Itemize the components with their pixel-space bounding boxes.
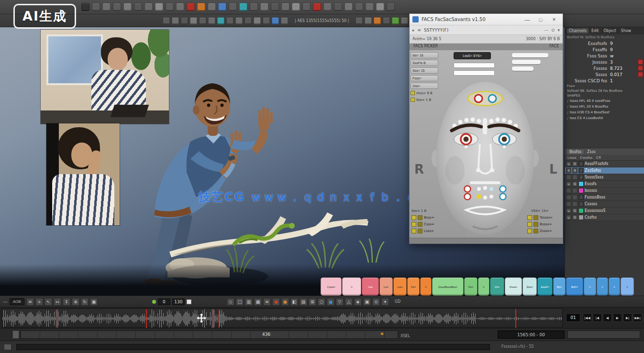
timeline-option-icon[interactable]: ▽ [336, 298, 344, 306]
toggle-checkbox[interactable] [527, 229, 532, 233]
timeline-option-icon[interactable]: ▣ [363, 298, 371, 306]
picker-button[interactable]: = [597, 277, 608, 296]
layer-color-swatch[interactable] [578, 181, 584, 187]
menu-tool-icon[interactable] [92, 3, 100, 11]
transport-play-button[interactable]: ▶ [613, 313, 622, 322]
brow-right-control[interactable] [489, 95, 496, 102]
driftwood-branch-prop[interactable] [163, 200, 388, 287]
toggle-checkbox[interactable] [411, 215, 416, 220]
layer-row[interactable]: ∕FsssssBsss [565, 194, 644, 201]
menu-tool-icon[interactable] [187, 3, 195, 11]
picker-button[interactable]: = [621, 277, 634, 296]
lower-lid-control[interactable] [503, 145, 506, 148]
picker-button[interactable]: Zss= [522, 277, 537, 296]
timeline-option-icon[interactable]: ◈ [354, 298, 362, 306]
nostril-control[interactable] [490, 168, 494, 172]
toggle-checkbox[interactable] [418, 222, 422, 227]
toggle-checkbox[interactable] [411, 229, 416, 233]
shelf-tool-icon[interactable] [281, 17, 288, 24]
toggle-checkbox[interactable] [533, 215, 538, 220]
layer-name[interactable]: ZssSsfss [585, 168, 601, 173]
channel-value[interactable]: 0.017 [610, 72, 637, 77]
timeline-tool-icon[interactable]: ↕ [63, 298, 70, 306]
menu-tool-icon[interactable] [302, 3, 311, 11]
shape-row[interactable]: ∕tssss HFL 20 4 Bsssffss [565, 104, 644, 110]
layer-color-swatch[interactable] [578, 188, 584, 193]
transport-step-forward-button[interactable]: ▶| [623, 313, 632, 322]
close-button[interactable]: × [547, 15, 561, 24]
picker-button[interactable]: ms= [393, 277, 407, 296]
layer-visibility-cell[interactable]: u [566, 208, 571, 213]
layer-visibility-cell[interactable] [566, 195, 571, 200]
shelf-tool-icon[interactable] [254, 17, 261, 24]
layer-visibility-cell[interactable] [566, 188, 571, 193]
menu-tool-icon[interactable] [134, 3, 142, 11]
channel-row[interactable]: Fsssss8.723 [565, 65, 644, 71]
menu-tool-icon[interactable] [81, 3, 89, 11]
layer-row[interactable]: uG∕AsssFFssfsfs [565, 161, 644, 167]
minimize-icon[interactable]: — [3, 299, 8, 304]
layer-menu-item[interactable]: Csssfss [580, 156, 593, 160]
shape-row[interactable]: ∕tssss HFL 40 4 ssssfFsss [565, 98, 644, 104]
toggle-checkbox[interactable] [533, 229, 538, 233]
layer-playback-cell[interactable]: G [572, 161, 577, 166]
facs-text-input-1[interactable] [454, 63, 495, 68]
layer-visibility-cell[interactable]: u [566, 215, 571, 220]
layer-playback-cell[interactable] [572, 201, 577, 207]
channel-row[interactable]: Fsssffs9 [565, 46, 644, 53]
menu-tool-icon[interactable] [176, 3, 184, 11]
timeline-option-icon[interactable]: ◼ [327, 298, 334, 306]
channel-row[interactable]: Fsss Ssssw [565, 53, 644, 59]
facs-menu-label[interactable]: SSTYYYY(F) [424, 28, 448, 33]
layer-visibility-cell[interactable] [566, 201, 571, 207]
shelf-tool-icon[interactable] [226, 17, 233, 24]
range-slider-endcap[interactable] [567, 331, 640, 339]
minimize-icon[interactable]: — [544, 28, 548, 33]
timeline-option-icon[interactable]: ≡ [263, 298, 271, 306]
layer-name[interactable]: FsssssBsss [585, 195, 605, 199]
layer-row[interactable]: 49∕ZssSsfss [565, 167, 644, 174]
timeline-option-icon[interactable]: ▾ [381, 298, 389, 306]
timeline-marker[interactable] [219, 309, 220, 328]
timeline-option-icon[interactable]: ◇ [227, 298, 234, 306]
menu-tool-icon[interactable] [102, 3, 111, 11]
facs-panel-button[interactable]: SssFls B [411, 60, 438, 66]
picker-button[interactable]: Csss= [321, 277, 342, 296]
color-swatch[interactable] [187, 299, 191, 304]
mini-toggle-box[interactable] [411, 91, 415, 95]
channel-value[interactable]: 3 [610, 60, 637, 65]
current-frame-field[interactable]: 01 [566, 313, 580, 322]
menu-tool-icon[interactable] [113, 3, 121, 11]
timeline-option-icon[interactable]: □ [236, 298, 244, 306]
menu-tool-icon[interactable] [366, 3, 374, 11]
chevron-down-icon[interactable]: ▾ [557, 28, 560, 33]
timeline-marker[interactable] [146, 309, 147, 328]
menu-tool-icon[interactable] [355, 3, 363, 11]
nostril-control[interactable] [476, 168, 480, 172]
facs-panel-button[interactable]: Sss= 15 [411, 67, 438, 74]
shelf-tool-icon[interactable] [244, 17, 252, 24]
panel-tab-channels[interactable]: Channels [567, 28, 588, 33]
shelf-tool-icon[interactable] [190, 17, 197, 24]
toggle-checkbox[interactable] [418, 215, 422, 220]
channel-value[interactable]: 8.723 [610, 66, 637, 71]
brow-center-control[interactable] [483, 118, 487, 134]
picker-button[interactable]: = [420, 277, 432, 296]
range-slider-handle[interactable] [12, 331, 19, 339]
menu-tool-icon[interactable] [250, 3, 258, 11]
timeline-option-icon[interactable]: ▥ [245, 298, 253, 306]
upper-lip-slider[interactable] [470, 181, 500, 184]
facs-text-input-2[interactable] [454, 70, 495, 76]
layer-visibility-cell[interactable]: 4 [566, 168, 571, 173]
minimize-button[interactable]: — [521, 15, 534, 24]
timeline-option-icon[interactable]: ○ [318, 298, 325, 306]
timeline-tool-icon[interactable]: ↻ [81, 298, 89, 306]
layer-tab[interactable]: Bssfss [567, 150, 584, 154]
slider-bar-icon[interactable] [512, 66, 533, 71]
toggle-checkbox[interactable] [418, 229, 422, 233]
timeline-tool-icon[interactable]: + [35, 298, 43, 306]
lower-lid-control[interactable] [465, 145, 467, 148]
layer-name[interactable]: Esssfs [585, 182, 597, 186]
menu-tool-icon[interactable] [313, 3, 321, 11]
channel-value[interactable]: 9 [610, 47, 643, 52]
